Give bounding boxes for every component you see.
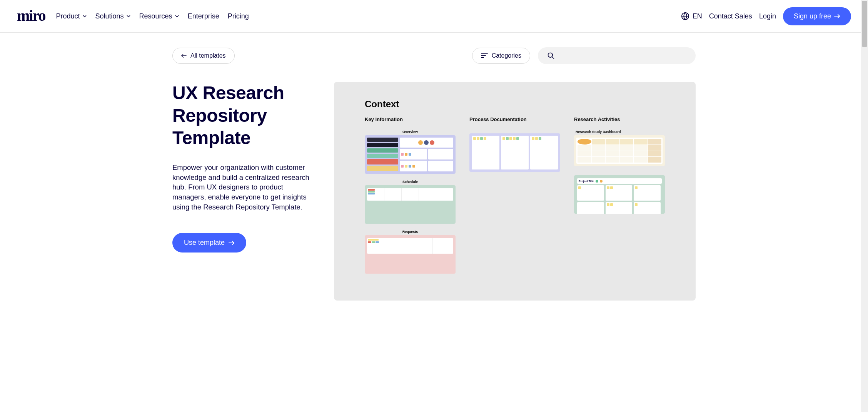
preview-col-process-documentation: Process Documentation — [469, 116, 560, 277]
contact-sales-link[interactable]: Contact Sales — [709, 12, 752, 20]
arrow-right-icon — [229, 240, 235, 246]
nav-item-resources[interactable]: Resources — [139, 12, 179, 20]
nav-label: Product — [56, 12, 80, 20]
nav-item-enterprise[interactable]: Enterprise — [188, 12, 219, 20]
avatar-icon — [424, 140, 429, 145]
preview-section-label: Overview — [365, 130, 456, 134]
dot-icon — [596, 180, 598, 183]
arrow-right-icon — [834, 13, 840, 19]
globe-icon — [681, 12, 689, 20]
preview-board-process — [469, 133, 560, 172]
nav-label: Solutions — [95, 12, 124, 20]
search-icon — [547, 52, 555, 60]
page-description: Empower your organization with customer … — [172, 163, 311, 212]
avatar-icon — [578, 139, 591, 145]
header-left: miro Product Solutions Resources — [17, 7, 249, 25]
preview-section-label: Project Title — [579, 180, 594, 183]
site-header: miro Product Solutions Resources — [0, 0, 868, 33]
nav-item-pricing[interactable]: Pricing — [228, 12, 249, 20]
preview-board-schedule — [365, 185, 456, 224]
template-preview-panel: Context Key Information Overview — [334, 82, 696, 301]
nav-item-product[interactable]: Product — [56, 12, 87, 20]
preview-col-research-activities: Research Activities Research Study Dashb… — [574, 116, 665, 277]
search-field[interactable] — [538, 47, 696, 64]
preview-col-title: Key Information — [365, 116, 456, 122]
brand-logo[interactable]: miro — [17, 7, 45, 25]
use-template-label: Use template — [184, 239, 225, 247]
nav-item-solutions[interactable]: Solutions — [95, 12, 131, 20]
filter-icon — [481, 53, 488, 58]
login-link[interactable]: Login — [759, 12, 776, 20]
preview-heading: Context — [365, 99, 665, 110]
template-controls: All templates Categories — [172, 33, 696, 64]
nav-label: Pricing — [228, 12, 249, 20]
language-label: EN — [693, 12, 702, 20]
arrow-left-icon — [181, 53, 187, 58]
categories-button[interactable]: Categories — [472, 48, 530, 64]
preview-board-overview — [365, 135, 456, 174]
chevron-down-icon — [126, 14, 131, 18]
preview-col-key-information: Key Information Overview — [365, 116, 456, 277]
signup-label: Sign up free — [794, 12, 831, 20]
primary-nav: Product Solutions Resources Enterprise — [56, 12, 249, 20]
preview-section-label: Schedule — [365, 180, 456, 184]
preview-board-project: Project Title — [574, 175, 665, 214]
categories-label: Categories — [492, 52, 521, 59]
signup-free-button[interactable]: Sign up free — [783, 7, 851, 25]
use-template-button[interactable]: Use template — [172, 233, 246, 253]
dot-icon — [600, 180, 603, 183]
back-label: All templates — [190, 52, 226, 59]
preview-col-title: Process Documentation — [469, 116, 560, 122]
header-right: EN Contact Sales Login Sign up free — [681, 7, 851, 25]
scrollbar-thumb[interactable] — [862, 1, 867, 47]
preview-col-title: Research Activities — [574, 116, 665, 122]
search-input[interactable] — [560, 52, 686, 59]
language-selector[interactable]: EN — [681, 12, 702, 20]
avatar-icon — [430, 140, 434, 145]
avatar-icon — [418, 140, 423, 145]
preview-board-requests — [365, 235, 456, 274]
nav-label: Resources — [139, 12, 172, 20]
back-all-templates-button[interactable]: All templates — [172, 48, 235, 64]
preview-section-label: Research Study Dashboard — [576, 130, 665, 134]
preview-section-label: Requests — [365, 230, 456, 234]
chevron-down-icon — [175, 14, 179, 18]
template-info: UX Research Repository Template Empower … — [172, 82, 319, 301]
nav-label: Enterprise — [188, 12, 219, 20]
preview-board-dashboard — [574, 135, 665, 166]
main-content: UX Research Repository Template Empower … — [172, 64, 696, 301]
preview-columns: Key Information Overview — [365, 116, 665, 277]
chevron-down-icon — [82, 14, 87, 18]
page-title: UX Research Repository Template — [172, 82, 319, 150]
